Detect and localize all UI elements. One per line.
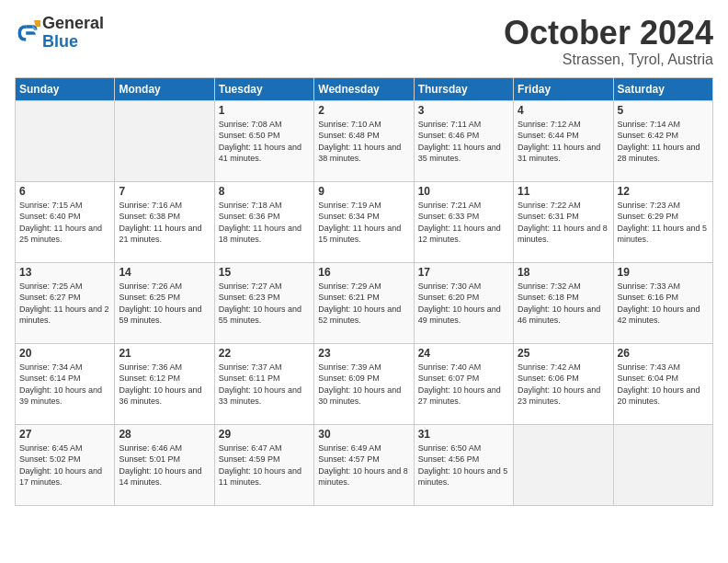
day-number: 6 xyxy=(19,185,110,198)
week-row-4: 20Sunrise: 7:34 AM Sunset: 6:14 PM Dayli… xyxy=(16,343,713,424)
day-number: 10 xyxy=(418,185,509,198)
day-number: 1 xyxy=(219,104,310,117)
day-cell: 16Sunrise: 7:29 AM Sunset: 6:21 PM Dayli… xyxy=(314,262,414,343)
header-cell-thursday: Thursday xyxy=(414,77,513,100)
logo-icon xyxy=(15,20,40,46)
day-info: Sunrise: 6:46 AM Sunset: 5:01 PM Dayligh… xyxy=(119,442,210,488)
day-cell: 21Sunrise: 7:36 AM Sunset: 6:12 PM Dayli… xyxy=(115,343,214,424)
day-info: Sunrise: 7:36 AM Sunset: 6:12 PM Dayligh… xyxy=(119,362,210,408)
day-number: 5 xyxy=(618,104,709,117)
day-number: 16 xyxy=(318,266,409,279)
header-cell-wednesday: Wednesday xyxy=(314,77,414,100)
day-info: Sunrise: 7:34 AM Sunset: 6:14 PM Dayligh… xyxy=(19,362,110,408)
day-number: 7 xyxy=(119,185,210,198)
day-info: Sunrise: 7:16 AM Sunset: 6:38 PM Dayligh… xyxy=(119,200,210,246)
day-info: Sunrise: 6:50 AM Sunset: 4:56 PM Dayligh… xyxy=(418,442,509,488)
day-info: Sunrise: 7:18 AM Sunset: 6:36 PM Dayligh… xyxy=(219,200,310,246)
logo-line2: Blue xyxy=(42,33,104,52)
day-cell: 19Sunrise: 7:33 AM Sunset: 6:16 PM Dayli… xyxy=(613,262,712,343)
day-info: Sunrise: 7:37 AM Sunset: 6:11 PM Dayligh… xyxy=(219,362,310,408)
day-number: 18 xyxy=(518,266,609,279)
day-info: Sunrise: 7:15 AM Sunset: 6:40 PM Dayligh… xyxy=(19,200,110,246)
day-cell xyxy=(115,100,214,181)
day-number: 28 xyxy=(119,428,210,441)
calendar-table: SundayMondayTuesdayWednesdayThursdayFrid… xyxy=(15,77,713,506)
day-cell: 31Sunrise: 6:50 AM Sunset: 4:56 PM Dayli… xyxy=(414,424,513,505)
month-title: October 2024 xyxy=(504,15,713,52)
week-row-2: 6Sunrise: 7:15 AM Sunset: 6:40 PM Daylig… xyxy=(16,181,713,262)
day-cell: 8Sunrise: 7:18 AM Sunset: 6:36 PM Daylig… xyxy=(214,181,313,262)
day-cell: 30Sunrise: 6:49 AM Sunset: 4:57 PM Dayli… xyxy=(314,424,414,505)
day-number: 30 xyxy=(318,428,409,441)
day-number: 15 xyxy=(219,266,310,279)
logo-line1: General xyxy=(42,15,104,33)
day-number: 19 xyxy=(618,266,709,279)
day-cell: 3Sunrise: 7:11 AM Sunset: 6:46 PM Daylig… xyxy=(414,100,513,181)
logo-text: General Blue xyxy=(42,15,104,52)
calendar-header: SundayMondayTuesdayWednesdayThursdayFrid… xyxy=(16,77,713,100)
day-info: Sunrise: 7:22 AM Sunset: 6:31 PM Dayligh… xyxy=(518,200,609,246)
day-cell: 18Sunrise: 7:32 AM Sunset: 6:18 PM Dayli… xyxy=(514,262,613,343)
day-number: 11 xyxy=(518,185,609,198)
day-number: 17 xyxy=(418,266,509,279)
day-info: Sunrise: 7:21 AM Sunset: 6:33 PM Dayligh… xyxy=(418,200,509,246)
header-cell-friday: Friday xyxy=(514,77,613,100)
title-area: October 2024 Strassen, Tyrol, Austria xyxy=(504,15,713,68)
day-cell: 6Sunrise: 7:15 AM Sunset: 6:40 PM Daylig… xyxy=(16,181,115,262)
day-number: 4 xyxy=(518,104,609,117)
header-cell-sunday: Sunday xyxy=(16,77,115,100)
day-number: 24 xyxy=(418,347,509,360)
location-subtitle: Strassen, Tyrol, Austria xyxy=(504,52,713,68)
day-number: 2 xyxy=(318,104,409,117)
day-cell: 9Sunrise: 7:19 AM Sunset: 6:34 PM Daylig… xyxy=(314,181,414,262)
day-cell: 12Sunrise: 7:23 AM Sunset: 6:29 PM Dayli… xyxy=(613,181,712,262)
day-number: 20 xyxy=(19,347,110,360)
day-cell: 24Sunrise: 7:40 AM Sunset: 6:07 PM Dayli… xyxy=(414,343,513,424)
day-cell: 2Sunrise: 7:10 AM Sunset: 6:48 PM Daylig… xyxy=(314,100,414,181)
day-info: Sunrise: 7:19 AM Sunset: 6:34 PM Dayligh… xyxy=(318,200,409,246)
day-info: Sunrise: 7:40 AM Sunset: 6:07 PM Dayligh… xyxy=(418,362,509,408)
day-number: 31 xyxy=(418,428,509,441)
week-row-1: 1Sunrise: 7:08 AM Sunset: 6:50 PM Daylig… xyxy=(16,100,713,181)
logo: General Blue xyxy=(15,15,104,52)
day-number: 12 xyxy=(618,185,709,198)
day-number: 29 xyxy=(219,428,310,441)
header-cell-saturday: Saturday xyxy=(613,77,712,100)
day-cell: 7Sunrise: 7:16 AM Sunset: 6:38 PM Daylig… xyxy=(115,181,214,262)
day-info: Sunrise: 7:10 AM Sunset: 6:48 PM Dayligh… xyxy=(318,119,409,165)
day-cell: 22Sunrise: 7:37 AM Sunset: 6:11 PM Dayli… xyxy=(214,343,313,424)
week-row-3: 13Sunrise: 7:25 AM Sunset: 6:27 PM Dayli… xyxy=(16,262,713,343)
day-info: Sunrise: 6:45 AM Sunset: 5:02 PM Dayligh… xyxy=(19,442,110,488)
day-cell: 5Sunrise: 7:14 AM Sunset: 6:42 PM Daylig… xyxy=(613,100,712,181)
day-cell: 4Sunrise: 7:12 AM Sunset: 6:44 PM Daylig… xyxy=(514,100,613,181)
day-info: Sunrise: 7:43 AM Sunset: 6:04 PM Dayligh… xyxy=(618,362,709,408)
day-info: Sunrise: 7:42 AM Sunset: 6:06 PM Dayligh… xyxy=(518,362,609,408)
day-cell: 26Sunrise: 7:43 AM Sunset: 6:04 PM Dayli… xyxy=(613,343,712,424)
day-number: 21 xyxy=(119,347,210,360)
day-number: 8 xyxy=(219,185,310,198)
day-cell: 23Sunrise: 7:39 AM Sunset: 6:09 PM Dayli… xyxy=(314,343,414,424)
day-info: Sunrise: 7:33 AM Sunset: 6:16 PM Dayligh… xyxy=(618,281,709,327)
day-info: Sunrise: 7:25 AM Sunset: 6:27 PM Dayligh… xyxy=(19,281,110,327)
calendar-body: 1Sunrise: 7:08 AM Sunset: 6:50 PM Daylig… xyxy=(16,100,713,505)
day-cell: 13Sunrise: 7:25 AM Sunset: 6:27 PM Dayli… xyxy=(16,262,115,343)
day-info: Sunrise: 7:32 AM Sunset: 6:18 PM Dayligh… xyxy=(518,281,609,327)
header-row: SundayMondayTuesdayWednesdayThursdayFrid… xyxy=(16,77,713,100)
day-cell: 27Sunrise: 6:45 AM Sunset: 5:02 PM Dayli… xyxy=(16,424,115,505)
day-info: Sunrise: 7:08 AM Sunset: 6:50 PM Dayligh… xyxy=(219,119,310,165)
day-number: 27 xyxy=(19,428,110,441)
day-info: Sunrise: 7:12 AM Sunset: 6:44 PM Dayligh… xyxy=(518,119,609,165)
day-info: Sunrise: 7:11 AM Sunset: 6:46 PM Dayligh… xyxy=(418,119,509,165)
day-number: 25 xyxy=(518,347,609,360)
day-cell: 28Sunrise: 6:46 AM Sunset: 5:01 PM Dayli… xyxy=(115,424,214,505)
day-number: 3 xyxy=(418,104,509,117)
day-cell: 17Sunrise: 7:30 AM Sunset: 6:20 PM Dayli… xyxy=(414,262,513,343)
day-cell: 20Sunrise: 7:34 AM Sunset: 6:14 PM Dayli… xyxy=(16,343,115,424)
day-number: 9 xyxy=(318,185,409,198)
day-info: Sunrise: 7:23 AM Sunset: 6:29 PM Dayligh… xyxy=(618,200,709,246)
header-cell-tuesday: Tuesday xyxy=(214,77,313,100)
day-number: 14 xyxy=(119,266,210,279)
day-info: Sunrise: 7:26 AM Sunset: 6:25 PM Dayligh… xyxy=(119,281,210,327)
day-cell: 10Sunrise: 7:21 AM Sunset: 6:33 PM Dayli… xyxy=(414,181,513,262)
day-info: Sunrise: 7:29 AM Sunset: 6:21 PM Dayligh… xyxy=(318,281,409,327)
